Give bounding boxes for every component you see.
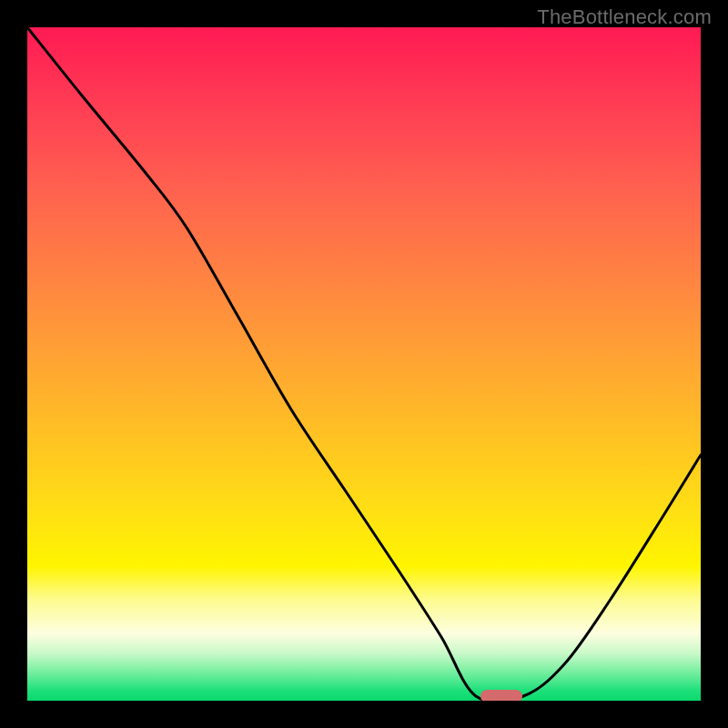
optimal-marker (480, 690, 522, 701)
watermark-text: TheBottleneck.com (537, 5, 712, 29)
plot-area (27, 27, 701, 701)
bottleneck-curve (27, 27, 701, 701)
chart-frame: TheBottleneck.com (0, 0, 728, 728)
